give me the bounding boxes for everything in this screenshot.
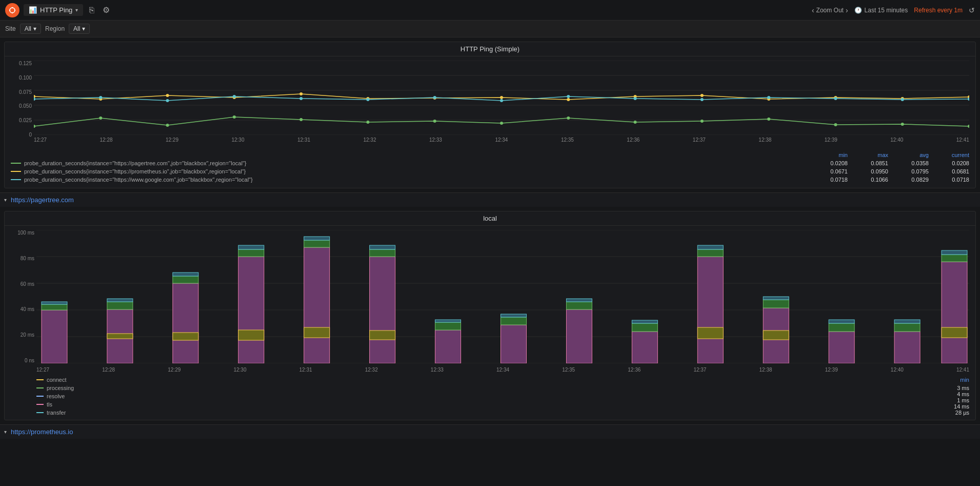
panel-local: local 100 ms 80 ms 60 ms 40 ms 20 ms 0 n… xyxy=(4,211,976,420)
simple-chart-content: 12:2712:28 12:2912:30 12:3112:32 12:3312… xyxy=(34,61,969,143)
legend-row-google[interactable]: probe_duration_seconds{instance="https:/… xyxy=(11,176,969,184)
local-chart-svg xyxy=(36,230,969,363)
bar-tls-4 xyxy=(238,257,264,363)
google-avg: 0.0829 xyxy=(901,177,929,183)
bar-tls-13 xyxy=(829,332,854,363)
bar-trans-13 xyxy=(829,320,854,323)
legend-connect[interactable]: connect xyxy=(36,377,74,383)
legend-dot-transfer xyxy=(36,412,44,413)
panel-simple-body: 0.125 0.100 0.075 0.050 0.025 0 xyxy=(5,56,975,188)
svg-point-47 xyxy=(366,98,369,101)
legend-tls[interactable]: tls xyxy=(36,401,74,407)
section-prometheus[interactable]: ▾ https://prometheus.io xyxy=(0,424,980,439)
bar-tls-10 xyxy=(632,332,657,363)
header-avg: avg xyxy=(901,152,929,158)
y-0ns: 0 ns xyxy=(25,358,34,363)
filterbar: Site All ▾ Region All ▾ xyxy=(0,21,980,37)
local-x-axis: 12:2712:28 12:2912:30 12:3112:32 12:3312… xyxy=(36,365,969,373)
bar-trans-8 xyxy=(501,314,527,317)
zoom-controls: ‹ Zoom Out › xyxy=(812,6,848,14)
bar-proc-15 xyxy=(942,255,967,262)
local-min-stats: min 3 ms 4 ms 1 ms 14 ms 28 µs xyxy=(954,377,969,416)
site-all-label: All xyxy=(25,25,31,32)
prometheus-min: 0.0671 xyxy=(819,168,848,174)
zoom-back-btn[interactable]: ‹ xyxy=(812,6,814,14)
y-label-0050: 0.050 xyxy=(19,103,32,109)
legend-items: connect processing resolve tls xyxy=(36,377,74,416)
legend-label-resolve: resolve xyxy=(47,393,65,399)
svg-point-52 xyxy=(701,98,704,101)
svg-point-13 xyxy=(99,116,102,120)
bar-tls-5 xyxy=(304,247,330,363)
legend-dot-processing xyxy=(36,387,44,388)
grafana-logo[interactable] xyxy=(5,3,19,17)
region-all-label: All xyxy=(73,25,80,32)
y-label-0125: 0.125 xyxy=(19,61,32,66)
header-min: min xyxy=(819,152,848,158)
bar-tls-7 xyxy=(435,330,461,363)
settings-btn[interactable]: ⚙ xyxy=(101,3,112,17)
bar-trans-1 xyxy=(42,302,67,304)
zoom-forward-btn[interactable]: › xyxy=(846,6,848,14)
bar-trans-7 xyxy=(435,320,461,322)
bar-proc-14 xyxy=(894,323,920,332)
svg-point-44 xyxy=(166,99,169,102)
min-processing: 4 ms xyxy=(954,391,969,397)
y-label-0075: 0.075 xyxy=(19,89,32,95)
simple-y-axis: 0.125 0.100 0.075 0.050 0.025 0 xyxy=(11,61,34,138)
legend-resolve[interactable]: resolve xyxy=(36,393,74,399)
bar-proc-3 xyxy=(173,276,198,283)
legend-row-prometheus[interactable]: probe_duration_seconds{instance="https:/… xyxy=(11,167,969,176)
svg-point-20 xyxy=(567,116,570,120)
y-label-0025: 0.025 xyxy=(19,118,32,123)
site-all-btn[interactable]: All ▾ xyxy=(20,24,41,34)
svg-point-16 xyxy=(299,118,303,121)
time-range[interactable]: 🕐 Last 15 minutes xyxy=(854,7,908,14)
dashboard-title-btn[interactable]: 📊 HTTP Ping ▾ xyxy=(24,4,83,16)
svg-point-43 xyxy=(99,96,102,99)
section-pagertree-title: https://pagertree.com xyxy=(11,196,74,204)
bar-conn-2 xyxy=(107,334,133,339)
bar-conn-11 xyxy=(697,327,723,339)
region-dropdown-icon: ▾ xyxy=(82,25,85,32)
refresh-label[interactable]: Refresh every 1m xyxy=(914,7,963,14)
bar-proc-8 xyxy=(501,317,527,325)
y-80ms: 80 ms xyxy=(21,256,34,261)
prometheus-current: 0.0681 xyxy=(941,168,969,174)
bar-proc-5 xyxy=(304,240,330,247)
bar-tls-11 xyxy=(697,257,723,363)
svg-point-15 xyxy=(233,115,236,119)
region-all-btn[interactable]: All ▾ xyxy=(69,24,90,34)
bar-conn-4 xyxy=(238,330,264,340)
legend-row-pagertree[interactable]: probe_duration_seconds{instance="https:/… xyxy=(11,159,969,167)
min-connect: 3 ms xyxy=(954,385,969,391)
pagertree-min: 0.0208 xyxy=(819,160,848,166)
region-label: Region xyxy=(45,25,65,32)
header-max: max xyxy=(860,152,888,158)
section-pagertree-arrow: ▾ xyxy=(4,197,7,203)
save-dashboard-btn[interactable]: ⎘ xyxy=(87,4,96,17)
header-current: current xyxy=(941,152,969,158)
svg-point-21 xyxy=(634,121,637,124)
svg-point-22 xyxy=(701,120,704,123)
legend-label-google: probe_duration_seconds{instance="https:/… xyxy=(24,177,253,183)
legend-processing[interactable]: processing xyxy=(36,385,74,391)
main-content: HTTP Ping (Simple) 0.125 0.100 0.075 0.0… xyxy=(0,42,980,439)
svg-point-26 xyxy=(968,125,969,128)
bar-tls-6 xyxy=(370,257,395,363)
prometheus-max: 0.0950 xyxy=(860,168,888,174)
svg-point-17 xyxy=(366,121,369,124)
svg-point-25 xyxy=(901,123,904,126)
section-pagertree[interactable]: ▾ https://pagertree.com xyxy=(0,192,980,207)
bar-conn-12 xyxy=(763,331,789,340)
legend-transfer[interactable]: transfer xyxy=(36,410,74,416)
svg-point-49 xyxy=(500,99,503,102)
bar-proc-2 xyxy=(107,302,133,309)
svg-point-46 xyxy=(299,97,303,100)
bar-proc-4 xyxy=(238,249,264,257)
refresh-btn[interactable]: ↺ xyxy=(969,6,975,14)
svg-point-3 xyxy=(12,12,13,13)
panel-http-ping-simple: HTTP Ping (Simple) 0.125 0.100 0.075 0.0… xyxy=(4,42,976,188)
bar-tls-15 xyxy=(942,262,967,363)
y-label-0100: 0.100 xyxy=(19,75,32,81)
